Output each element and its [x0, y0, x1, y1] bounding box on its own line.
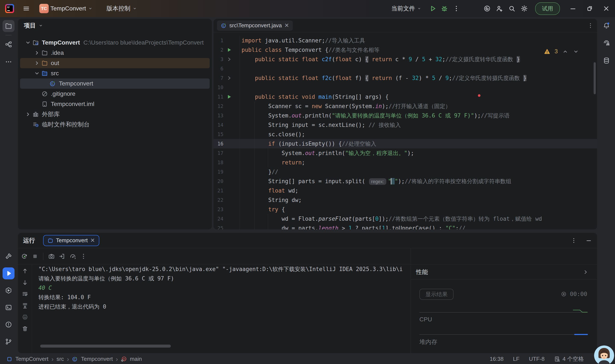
terminal-icon[interactable] — [2, 301, 14, 313]
hide-panel-icon[interactable] — [586, 237, 592, 244]
notifications-bell-icon[interactable] — [601, 20, 613, 32]
trial-button[interactable]: 试用 — [535, 2, 560, 15]
chevron-down-icon[interactable] — [25, 40, 32, 45]
code-line-21[interactable]: 21 float wd; — [213, 186, 597, 195]
structure-icon[interactable] — [2, 38, 14, 50]
project-view-icon[interactable] — [2, 20, 14, 32]
code-line-3[interactable]: 3 public static float c2f(float c) { ret… — [213, 55, 597, 64]
version-control-icon[interactable] — [2, 336, 14, 348]
chevron-down-icon[interactable] — [34, 71, 42, 76]
tree-item-临时文件和控制台[interactable]: 临时文件和控制台 — [20, 119, 210, 130]
code-line-14[interactable]: 14 String input = sc.nextLine(); // 接收输入 — [213, 120, 597, 130]
fold-gutter-icon[interactable] — [223, 55, 235, 64]
breadcrumb-src[interactable]: src — [56, 356, 64, 362]
code-line-12[interactable]: 12 Scanner sc = new Scanner(System.in);/… — [213, 102, 597, 111]
tree-item-Tempconvert[interactable]: CTempconvert — [20, 78, 210, 89]
add-user-icon[interactable] — [496, 5, 503, 12]
rerun-icon[interactable] — [21, 253, 28, 260]
soft-wrap-icon[interactable] — [22, 291, 28, 297]
main-menu-icon[interactable] — [23, 5, 30, 12]
chevron-down-icon[interactable] — [573, 48, 579, 55]
debug-icon[interactable] — [441, 5, 448, 12]
code-line-1[interactable]: 1import java.util.Scanner;//导入输入工具 — [213, 36, 597, 45]
clear-all-icon[interactable] — [22, 325, 28, 332]
code-line-24[interactable]: 24 wd = Float.parseFloat(parts[0]);//将数组… — [213, 214, 597, 223]
file-encoding[interactable]: UTF-8 — [529, 356, 545, 362]
tree-item-.gitignore[interactable]: .gitignore — [20, 89, 210, 99]
profiler-icon[interactable] — [70, 253, 76, 260]
editor-more-icon[interactable] — [587, 22, 594, 29]
code-line-11[interactable]: 11 public static void main(String[] args… — [213, 92, 597, 102]
tree-item-.idea[interactable]: .idea — [20, 48, 210, 58]
tree-item-外部库[interactable]: 外部库 — [20, 109, 210, 119]
close-window-icon[interactable] — [603, 5, 610, 12]
scroll-to-end-icon[interactable] — [22, 302, 28, 309]
stop-icon[interactable] — [32, 253, 38, 260]
performance-header[interactable]: 性能 — [411, 265, 597, 280]
more-options-icon[interactable] — [80, 253, 87, 260]
breadcrumb-method[interactable]: main — [130, 356, 142, 362]
chevron-right-icon[interactable] — [34, 50, 42, 56]
more-options-icon[interactable] — [571, 237, 577, 244]
editor-tab[interactable]: C src\Tempconvert.java ✕ — [217, 20, 293, 31]
database-icon[interactable] — [601, 55, 613, 66]
problems-icon[interactable] — [2, 319, 14, 331]
code-line-23[interactable]: 23 try { — [213, 205, 597, 214]
run-tool-window-icon[interactable] — [2, 267, 14, 279]
tree-item-src[interactable]: src — [20, 68, 210, 78]
indent-widget[interactable]: 4 个空格 — [554, 355, 584, 363]
inspections-widget[interactable]: 3 — [544, 48, 579, 55]
user-avatar[interactable] — [594, 345, 614, 364]
code-line-25[interactable]: 25 dw = parts.length > 1 ? parts[1].toUp… — [213, 223, 597, 229]
code-line-17[interactable]: 17 System.out.println("输入为空，程序退出。"); — [213, 148, 597, 158]
console-hscrollbar-thumb[interactable] — [40, 345, 171, 348]
ai-chat-icon[interactable] — [601, 37, 613, 49]
search-icon[interactable] — [508, 5, 516, 12]
show-results-button[interactable]: 显示结果 — [419, 289, 454, 300]
line-separator[interactable]: LF — [513, 356, 519, 362]
code-line-22[interactable]: 22 String dw; — [213, 195, 597, 205]
capture-snapshot-icon[interactable] — [48, 253, 55, 260]
chevron-up-icon[interactable] — [562, 48, 568, 55]
settings-gear-icon[interactable] — [521, 5, 528, 12]
open-in-editor-icon[interactable] — [59, 253, 66, 260]
code-line-10[interactable]: 10 — [213, 83, 597, 92]
tree-item-out[interactable]: out — [20, 58, 210, 68]
caret-position[interactable]: 16:38 — [490, 356, 503, 362]
more-actions-icon[interactable] — [453, 5, 460, 12]
tree-item-TempConvert[interactable]: TempConvertC:\Users\taro blue\IdeaProjec… — [20, 38, 210, 48]
run-gutter-icon[interactable] — [223, 45, 235, 55]
services-icon[interactable] — [2, 285, 14, 296]
chevron-right-icon[interactable] — [25, 112, 32, 117]
fold-gutter-icon[interactable] — [223, 73, 235, 83]
breadcrumb-project[interactable]: TempConvert — [15, 356, 48, 362]
breadcrumb-class[interactable]: Tempconvert — [81, 356, 113, 362]
minimize-window-icon[interactable] — [569, 5, 577, 12]
ai-assistant-icon[interactable] — [483, 5, 491, 12]
code-line-20[interactable]: 20 String[] parts = input.split( regex:"… — [213, 177, 597, 186]
editor-scrollbar-thumb[interactable] — [594, 62, 596, 94]
code-line-13[interactable]: 13 System.out.println("请输入要转换的温度与单位（例如 3… — [213, 111, 597, 120]
run-tab[interactable]: Tempconvert ✕ — [43, 235, 99, 246]
tree-item-Tempconvert.iml[interactable]: Tempconvert.iml — [20, 99, 210, 109]
run-configuration-widget[interactable]: 当前文件 — [391, 4, 421, 13]
code-line-15[interactable]: 15 sc.close(); — [213, 130, 597, 139]
arrow-down-icon[interactable] — [22, 279, 28, 286]
build-icon[interactable] — [2, 250, 14, 262]
project-widget[interactable]: TC TempConvert — [39, 4, 93, 13]
vcs-widget[interactable]: 版本控制 — [107, 4, 137, 13]
code-line-7[interactable]: 7 public static float f2c(float f) { ret… — [213, 73, 597, 83]
print-icon[interactable] — [22, 314, 28, 320]
run-gutter-icon[interactable] — [223, 92, 235, 102]
code-line-16[interactable]: 16 if (input.isEmpty()) {//处理空输入 — [213, 139, 597, 148]
arrow-up-icon[interactable] — [22, 268, 28, 274]
code-line-19[interactable]: 19 }// — [213, 167, 597, 177]
close-tab-icon[interactable]: ✕ — [284, 22, 289, 29]
close-tab-icon[interactable]: ✕ — [90, 237, 95, 244]
code-line-2[interactable]: 2public class Tempconvert {//类名与文件名相等 — [213, 45, 597, 55]
project-panel-header[interactable]: 项目 — [18, 19, 212, 32]
code-editor[interactable]: 1import java.util.Scanner;//导入输入工具2publi… — [213, 32, 597, 229]
code-line-18[interactable]: 18 return; — [213, 158, 597, 167]
chevron-right-icon[interactable] — [34, 60, 42, 66]
more-tool-windows-icon[interactable] — [2, 56, 14, 68]
